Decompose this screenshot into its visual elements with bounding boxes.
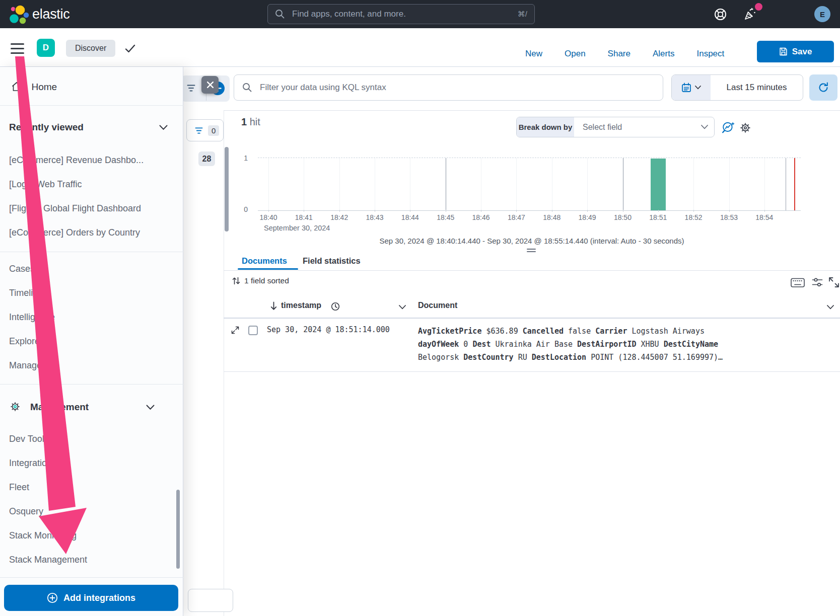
menu-toggle-button[interactable] — [11, 43, 24, 54]
recent-ecommerce-revenue-dashbo[interactable]: [eCommerce] Revenue Dashbo... — [9, 155, 144, 166]
minor-gridline — [304, 158, 304, 210]
x-tick-label: 18:45 — [428, 213, 463, 221]
breadcrumb[interactable]: Discover — [66, 40, 115, 57]
nav-item-intelligence[interactable]: Intelligence — [9, 312, 55, 323]
sort-descending-icon[interactable] — [270, 301, 277, 311]
nav-item-timelines[interactable]: Timelines — [9, 288, 47, 298]
column-menu-chevron-icon[interactable] — [399, 305, 406, 310]
filter-icon[interactable] — [187, 84, 195, 92]
management-item-integrations[interactable]: Integrations — [9, 458, 56, 469]
kql-input[interactable] — [259, 82, 655, 93]
avatar[interactable]: E — [814, 6, 830, 22]
x-tick-label: 18:50 — [605, 213, 640, 221]
time-range-value[interactable]: Last 15 minutes — [711, 75, 803, 100]
minor-gridline — [693, 158, 694, 210]
recent-flights-global-flight-dashboard[interactable]: [Flights] Global Flight Dashboard — [9, 203, 141, 214]
global-search[interactable]: ⌘/ — [267, 4, 535, 24]
x-axis-date-label: September 30, 2024 — [264, 224, 330, 232]
minor-gridline — [339, 158, 340, 210]
tabs-divider — [224, 270, 840, 271]
nav-list: CasesTimelinesIntelligenceExploreManage — [9, 257, 170, 377]
minor-gridline — [375, 158, 375, 210]
row-document[interactable]: AvgTicketPrice $636.89 Cancelled false C… — [418, 325, 740, 364]
search-shortcut: ⌘/ — [518, 10, 527, 19]
management-item-fleet[interactable]: Fleet — [9, 482, 29, 493]
help-button[interactable] — [712, 6, 729, 23]
field-search-box[interactable] — [188, 589, 233, 612]
add-integrations-button[interactable]: Add integrations — [4, 585, 178, 611]
nav-item-explore[interactable]: Explore — [9, 336, 40, 347]
sidebar-scrollbar[interactable] — [176, 490, 180, 569]
display-options-button[interactable] — [812, 277, 823, 288]
close-icon — [207, 82, 214, 88]
chevron-down-icon[interactable] — [146, 405, 155, 410]
range-end-gridline — [786, 158, 786, 210]
column-header-timestamp[interactable]: timestamp — [281, 301, 321, 310]
expand-document-icon[interactable] — [231, 326, 239, 334]
recent-logs-web-traffic[interactable]: [Logs] Web Traffic — [9, 179, 82, 190]
lens-chart-icon — [722, 121, 735, 134]
x-tick-label: 18:40 — [251, 213, 286, 221]
management-item-osquery[interactable]: Osquery — [9, 506, 43, 517]
elastic-logo-icon[interactable] — [8, 5, 29, 25]
breakdown-label: Break down by — [517, 117, 574, 137]
x-tick-label: 18:49 — [570, 213, 605, 221]
histogram-bar[interactable] — [651, 159, 666, 210]
save-button[interactable]: Save — [757, 41, 834, 62]
row-divider — [224, 371, 840, 372]
global-search-input[interactable] — [291, 9, 518, 20]
keyboard-shortcuts-button[interactable] — [791, 278, 805, 288]
clock-icon — [331, 302, 340, 311]
x-tick-label: 18:46 — [463, 213, 499, 221]
breadcrumb-check-icon[interactable] — [125, 44, 135, 53]
resize-handle[interactable] — [527, 249, 536, 254]
tab-documents[interactable]: Documents — [242, 256, 287, 266]
toolbar-action-share[interactable]: Share — [608, 49, 631, 59]
discover-app-badge[interactable]: D — [37, 39, 55, 57]
management-item-dev-tools[interactable]: Dev Tools — [9, 434, 49, 444]
date-picker-menu-button[interactable] — [672, 75, 711, 100]
sorted-fields-button[interactable]: 1 field sorted — [232, 276, 289, 285]
tab-field-statistics[interactable]: Field statistics — [303, 256, 361, 266]
breakdown-select[interactable]: Break down by Select field — [516, 117, 715, 137]
divider — [0, 105, 183, 106]
emphasized-gridline — [623, 158, 623, 210]
active-tab-underline — [238, 268, 298, 270]
column-header-document[interactable]: Document — [418, 301, 457, 310]
save-button-label: Save — [792, 47, 812, 57]
toolbar-action-inspect[interactable]: Inspect — [696, 49, 724, 59]
chevron-down-icon[interactable] — [159, 125, 168, 130]
toolbar-action-alerts[interactable]: Alerts — [653, 49, 674, 59]
management-item-stack-management[interactable]: Stack Management — [9, 555, 87, 565]
recent-ecommerce-orders-by-country[interactable]: [eCommerce] Orders by Country — [9, 227, 140, 238]
recently-viewed-heading[interactable]: Recently viewed — [9, 122, 84, 133]
row-checkbox[interactable] — [248, 326, 258, 335]
hits-count: 1 hit — [241, 116, 260, 128]
nav-item-manage[interactable]: Manage — [9, 360, 42, 371]
histogram-plot[interactable] — [258, 158, 801, 211]
refresh-button[interactable] — [809, 74, 837, 101]
toolbar-action-new[interactable]: New — [525, 49, 542, 59]
nav-home[interactable]: Home — [11, 81, 57, 93]
column-menu-chevron-icon[interactable] — [827, 305, 834, 310]
edit-visualization-button[interactable] — [722, 121, 735, 134]
current-time-marker — [794, 158, 795, 210]
nav-item-cases[interactable]: Cases — [9, 264, 35, 274]
management-item-stack-monitoring[interactable]: Stack Monitoring — [9, 530, 77, 541]
minor-gridline — [410, 158, 410, 210]
kql-query-bar[interactable] — [234, 74, 663, 101]
time-interval-annotation: Sep 30, 2024 @ 18:40:14.440 - Sep 30, 20… — [224, 237, 840, 245]
fullscreen-button[interactable] — [828, 277, 839, 288]
close-tooltip-button[interactable] — [201, 76, 219, 94]
chart-options-button[interactable] — [739, 122, 751, 134]
discover-page: elastic ⌘/ E — [0, 0, 840, 616]
row-timestamp[interactable]: Sep 30, 2024 @ 18:51:14.000 — [267, 325, 390, 334]
field-list-scrollbar[interactable] — [225, 147, 229, 232]
x-tick-label: 18:42 — [322, 213, 357, 221]
toolbar-action-open[interactable]: Open — [565, 49, 586, 59]
field-filters-box[interactable]: 0 — [186, 119, 224, 141]
notification-dot — [755, 3, 762, 11]
x-tick-label: 18:48 — [534, 213, 570, 221]
nav-home-label: Home — [31, 82, 57, 92]
management-heading[interactable]: Management — [30, 402, 89, 413]
